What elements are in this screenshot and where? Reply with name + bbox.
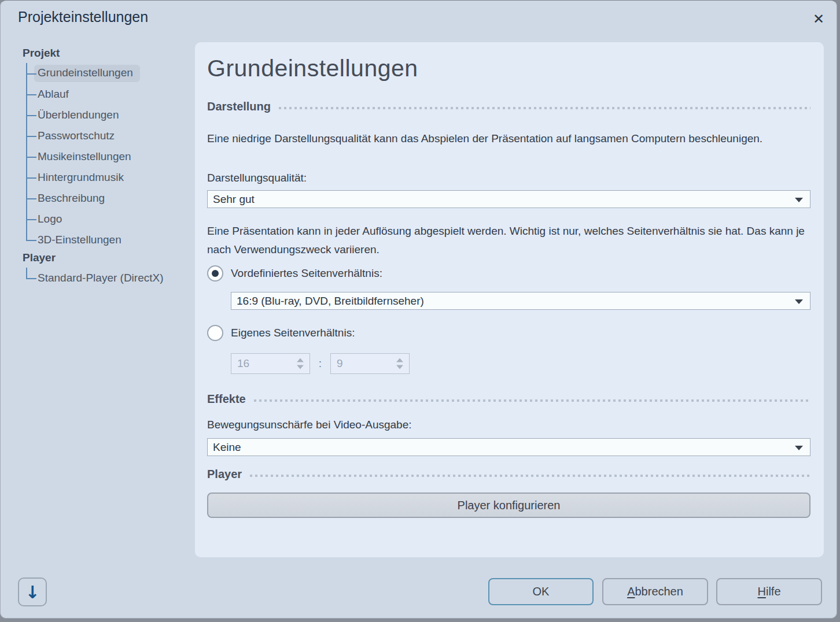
sidebar-item-standard-player[interactable]: Standard-Player (DirectX) [23, 268, 190, 288]
section-player: Player [207, 468, 810, 481]
ratio-separator: : [310, 357, 330, 370]
help-button[interactable]: Hilfe [716, 578, 822, 605]
dropdown-arrow-icon [795, 446, 803, 450]
motion-blur-label: Bewegungsunschärfe bei Video-Ausgabe: [207, 419, 412, 431]
motion-blur-select-value: Keine [213, 441, 241, 454]
section-darstellung: Darstellung [207, 100, 810, 113]
close-button[interactable]: ✕ [806, 8, 831, 31]
close-icon: ✕ [813, 11, 824, 27]
settings-nav: Projekt Grundeinstellungen Ablauf Überbl… [23, 46, 190, 288]
quality-select-value: Sehr gut [213, 193, 255, 206]
sidebar-item-passwortschutz[interactable]: Passwortschutz [23, 125, 190, 146]
spinner-up-icon[interactable] [297, 358, 304, 362]
spinner-down-icon[interactable] [396, 365, 403, 369]
dialog-title: Projekteinstellungen [18, 9, 148, 25]
sidebar-item-ueberblendungen[interactable]: Überblendungen [23, 105, 190, 125]
spinner-down-icon[interactable] [297, 365, 304, 369]
ok-button[interactable]: OK [488, 578, 594, 605]
quality-description: Eine niedrige Darstellungsqualität kann … [207, 129, 810, 148]
predefined-aspect-row: Vordefiniertes Seitenverhältnis: [207, 265, 382, 282]
configure-player-button[interactable]: Player konfigurieren [207, 493, 810, 518]
section-effekte: Effekte [207, 393, 810, 406]
project-settings-dialog: Projekteinstellungen ✕ Projekt Grundeins… [0, 0, 837, 619]
sidebar-item-hintergrundmusik[interactable]: Hintergrundmusik [23, 167, 190, 188]
custom-aspect-radio[interactable] [207, 325, 223, 341]
dropdown-arrow-icon [795, 299, 803, 304]
dotted-divider [254, 399, 810, 402]
sidebar-item-beschreibung[interactable]: Beschreibung [23, 188, 190, 209]
quality-label: Darstellungsqualität: [207, 172, 307, 184]
sidebar-item-musikeinstellungen[interactable]: Musikeinstellungen [23, 146, 190, 167]
aspect-ratio-select[interactable]: 16:9 (Blu-ray, DVD, Breitbildfernseher) [231, 292, 810, 310]
ratio-height-stepper[interactable]: 9 [330, 353, 410, 374]
section-title: Effekte [207, 393, 246, 406]
ratio-width-stepper[interactable]: 16 [231, 353, 310, 374]
motion-blur-select[interactable]: Keine [207, 438, 810, 456]
collapse-dialog-button[interactable]: ↓ [18, 577, 47, 606]
cancel-button[interactable]: Abbrechen [602, 578, 708, 605]
dotted-divider [279, 107, 810, 109]
section-title: Player [207, 468, 242, 481]
aspect-description: Eine Präsentation kann in jeder Auflösun… [207, 222, 810, 259]
nav-group-projekt: Projekt [23, 46, 190, 63]
page-title: Grundeinstellungen [207, 55, 418, 82]
dropdown-arrow-icon [795, 198, 803, 202]
spinner-up-icon[interactable] [396, 358, 403, 362]
section-title: Darstellung [207, 100, 271, 113]
quality-select[interactable]: Sehr gut [207, 190, 810, 208]
predefined-aspect-label: Vordefiniertes Seitenverhältnis: [231, 267, 382, 280]
sidebar-item-3d-einstellungen[interactable]: 3D-Einstellungen [23, 229, 190, 250]
predefined-aspect-radio[interactable] [207, 265, 223, 282]
sidebar-item-ablauf[interactable]: Ablauf [23, 84, 190, 105]
down-arrow-icon: ↓ [25, 582, 39, 602]
sidebar-item-grundeinstellungen[interactable]: Grundeinstellungen [23, 63, 190, 84]
settings-panel: Grundeinstellungen Darstellung Eine nied… [195, 42, 824, 557]
custom-ratio-inputs: 16 : 9 [231, 353, 410, 374]
custom-aspect-label: Eigenes Seitenverhältnis: [231, 327, 355, 339]
custom-aspect-row: Eigenes Seitenverhältnis: [207, 325, 355, 341]
aspect-ratio-select-value: 16:9 (Blu-ray, DVD, Breitbildfernseher) [237, 295, 424, 308]
dotted-divider [250, 475, 810, 477]
nav-group-player: Player [23, 250, 190, 268]
sidebar-item-logo[interactable]: Logo [23, 209, 190, 229]
